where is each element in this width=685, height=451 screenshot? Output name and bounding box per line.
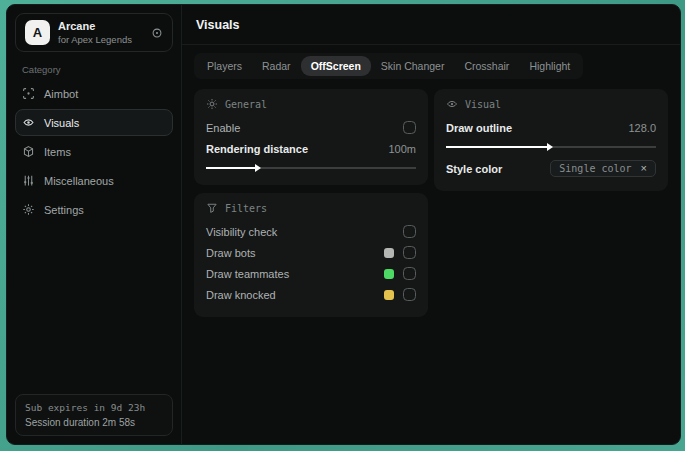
sidebar-item-label: Settings (44, 204, 84, 216)
visibility-check-row: Visibility check (206, 221, 416, 242)
style-color-label: Style color (446, 163, 502, 175)
tab-offscreen[interactable]: OffScreen (301, 56, 371, 76)
close-icon[interactable]: × (641, 163, 647, 174)
sidebar-item-settings[interactable]: Settings (15, 196, 173, 223)
app-logo: A (25, 20, 50, 45)
draw-knocked-label: Draw knocked (206, 289, 276, 301)
visibility-check-checkbox[interactable] (403, 225, 416, 238)
filter-funnel-icon (206, 202, 218, 214)
draw-teammates-checkbox[interactable] (403, 267, 416, 280)
gear-icon (22, 203, 35, 216)
enable-row: Enable (206, 117, 416, 138)
visual-section-title: Visual (465, 99, 501, 110)
enable-label: Enable (206, 122, 240, 134)
draw-knocked-row: Draw knocked (206, 284, 416, 305)
rendering-distance-value: 100m (388, 143, 416, 155)
sidebar-item-label: Items (44, 146, 71, 158)
general-section-title: General (225, 99, 267, 110)
tab-crosshair[interactable]: Crosshair (454, 56, 519, 76)
general-section: General Enable Rendering distance 100m (194, 89, 428, 185)
sidebar-item-label: Miscellaneous (44, 175, 114, 187)
content-area: General Enable Rendering distance 100m (182, 79, 680, 327)
slider-fill (206, 167, 259, 169)
sidebar-nav: Aimbot Visuals (7, 80, 181, 223)
style-color-tag[interactable]: Single color × (550, 160, 656, 177)
app-brand-card: A Arcane for Apex Legends (15, 13, 173, 52)
sun-icon (206, 98, 218, 110)
main-header: Visuals (182, 5, 680, 45)
slider-fill (446, 146, 551, 148)
slider-arrowhead-icon[interactable] (255, 164, 261, 172)
visual-section: Visual Draw outline 128.0 (434, 89, 668, 191)
sidebar-item-items[interactable]: Items (15, 138, 173, 165)
category-label: Category (22, 64, 181, 75)
page-title: Visuals (196, 18, 240, 32)
draw-knocked-checkbox[interactable] (403, 288, 416, 301)
session-duration-text: Session duration 2m 58s (25, 417, 163, 428)
tab-highlight[interactable]: Highlight (519, 56, 580, 76)
app-window: A Arcane for Apex Legends Category (6, 4, 681, 445)
subscription-status-card: Sub expires in 9d 23h Session duration 2… (15, 394, 173, 436)
draw-teammates-color-swatch[interactable] (384, 269, 394, 279)
eye-icon (446, 98, 458, 110)
tab-bar: Players Radar OffScreen Skin Changer Cro… (194, 53, 583, 79)
sidebar-item-label: Aimbot (44, 88, 78, 100)
target-icon[interactable] (151, 27, 163, 39)
draw-teammates-row: Draw teammates (206, 263, 416, 284)
draw-outline-value: 128.0 (628, 122, 656, 134)
general-section-header: General (206, 98, 416, 110)
sidebar-item-label: Visuals (44, 117, 79, 129)
slider-arrowhead-icon[interactable] (547, 143, 553, 151)
sidebar-item-miscellaneous[interactable]: Miscellaneous (15, 167, 173, 194)
style-color-tag-text: Single color (559, 163, 631, 174)
app-subtitle: for Apex Legends (58, 34, 132, 45)
draw-teammates-label: Draw teammates (206, 268, 289, 280)
sub-expiry-text: Sub expires in 9d 23h (25, 402, 163, 413)
draw-bots-color-swatch[interactable] (384, 248, 394, 258)
filters-section-title: Filters (225, 203, 267, 214)
draw-outline-label: Draw outline (446, 122, 512, 134)
rendering-distance-label: Rendering distance (206, 143, 308, 155)
sidebar: A Arcane for Apex Legends Category (7, 5, 182, 444)
desktop-background: A Arcane for Apex Legends Category (0, 0, 685, 451)
sidebar-item-visuals[interactable]: Visuals (15, 109, 173, 136)
draw-bots-checkbox[interactable] (403, 246, 416, 259)
enable-checkbox[interactable] (403, 121, 416, 134)
draw-bots-row: Draw bots (206, 242, 416, 263)
rendering-distance-row: Rendering distance 100m (206, 138, 416, 159)
tab-players[interactable]: Players (197, 56, 252, 76)
app-title: Arcane (58, 20, 132, 32)
draw-knocked-color-swatch[interactable] (384, 290, 394, 300)
main-panel: Visuals Players Radar OffScreen Skin Cha… (182, 5, 680, 444)
filters-section-header: Filters (206, 202, 416, 214)
visual-section-header: Visual (446, 98, 656, 110)
cube-icon (22, 145, 35, 158)
draw-outline-row: Draw outline 128.0 (446, 117, 656, 138)
draw-bots-label: Draw bots (206, 247, 256, 259)
sidebar-item-aimbot[interactable]: Aimbot (15, 80, 173, 107)
tab-skin-changer[interactable]: Skin Changer (371, 56, 455, 76)
sliders-icon (22, 174, 35, 187)
filters-section: Filters Visibility check Draw bots (194, 193, 428, 317)
style-color-row: Style color Single color × (446, 158, 656, 179)
tab-radar[interactable]: Radar (252, 56, 301, 76)
rendering-distance-slider[interactable] (206, 162, 416, 173)
visibility-check-label: Visibility check (206, 226, 277, 238)
crosshair-icon (22, 87, 35, 100)
draw-outline-slider[interactable] (446, 141, 656, 152)
eye-scan-icon (22, 116, 35, 129)
